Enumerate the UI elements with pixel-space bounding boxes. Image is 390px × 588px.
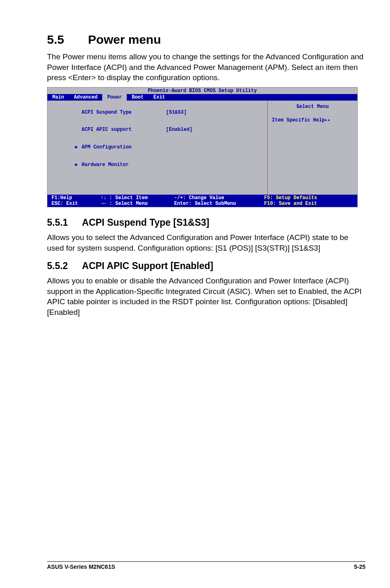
bios-body: ACPI Suspend Type[S1&S3] ACPI APIC suppo… <box>47 101 357 195</box>
bios-item[interactable]: ACPI Suspend Type[S1&S3] <box>52 104 263 121</box>
bios-item[interactable]: ACPI APIC support[Enabled] <box>52 121 263 138</box>
bios-item[interactable]: ▶Hardware Monitor <box>52 156 263 173</box>
submenu-pointer-icon: ▶ <box>75 162 82 168</box>
bios-screenshot: Phoenix-Award BIOS CMOS Setup Utility Ma… <box>47 87 358 207</box>
bios-menu-list: ACPI Suspend Type[S1&S3] ACPI APIC suppo… <box>47 101 267 195</box>
submenu-pointer-icon <box>75 127 82 132</box>
subsection-number: 5.5.2 <box>47 260 80 272</box>
bios-help-text: Item Specific Help▸▸ <box>272 117 353 123</box>
subsection-number: 5.5.1 <box>47 217 80 228</box>
subsection-title: ACPI Suspend Type [S1&S3] <box>82 217 209 228</box>
section-heading: 5.5 Power menu <box>47 33 365 47</box>
page-footer: ASUS V-Series M2NC61S 5-25 <box>47 561 365 570</box>
section-title: Power menu <box>88 33 161 46</box>
bios-item-value: [Enabled] <box>166 127 193 132</box>
bios-key-help: F1:Help <box>52 195 101 201</box>
bios-key-select-submenu: Enter: Select SubMenu <box>174 201 264 206</box>
submenu-pointer-icon: ▶ <box>75 144 82 150</box>
bios-tab-exit[interactable]: Exit <box>148 94 170 101</box>
section-intro: The Power menu items allow you to change… <box>47 52 365 83</box>
bios-tab-boot[interactable]: Boot <box>127 94 148 101</box>
bios-tab-main[interactable]: Main <box>47 94 69 101</box>
section-number: 5.5 <box>47 33 85 47</box>
bios-tab-bar: Main Advanced Power Boot Exit <box>47 94 357 101</box>
bios-help-panel: Select Menu Item Specific Help▸▸ <box>267 101 357 195</box>
subsection-title: ACPI APIC Support [Enabled] <box>82 260 213 271</box>
bios-key-change-value: -/+: Change Value <box>174 195 264 201</box>
bios-key-save-exit: F10: Save and Exit <box>264 201 357 206</box>
bios-item-label: ACPI APIC support <box>82 127 132 132</box>
bios-key-exit: ESC: Exit <box>52 201 101 206</box>
subsection-heading: 5.5.1 ACPI Suspend Type [S1&S3] <box>47 217 365 228</box>
subsection-body: Allows you to enable or disable the Adva… <box>47 276 365 318</box>
bios-tab-advanced[interactable]: Advanced <box>69 94 103 101</box>
bios-key-select-item: ↑↓ : Select Item <box>101 195 174 201</box>
bios-item-value: [S1&S3] <box>166 110 186 115</box>
footer-product-name: ASUS V-Series M2NC61S <box>47 563 115 570</box>
bios-item-label: Hardware Monitor <box>82 162 129 168</box>
subsection-body: Allows you to select the Advanced Config… <box>47 232 365 253</box>
bios-item-label: APM Configuration <box>82 144 132 150</box>
footer-page-number: 5-25 <box>354 563 365 570</box>
bios-title-bar: Phoenix-Award BIOS CMOS Setup Utility <box>47 88 357 94</box>
bios-item-label: ACPI Suspend Type <box>82 110 132 115</box>
bios-item[interactable]: ▶APM Configuration <box>52 138 263 156</box>
bios-key-setup-defaults: F5: Setup Defaults <box>264 195 357 201</box>
bios-key-select-menu: →← : Select Menu <box>101 201 174 206</box>
submenu-pointer-icon <box>75 110 82 115</box>
bios-tab-power[interactable]: Power <box>102 94 127 101</box>
bios-footer-bar: F1:Help ESC: Exit ↑↓ : Select Item →← : … <box>47 195 357 207</box>
subsection-heading: 5.5.2 ACPI APIC Support [Enabled] <box>47 260 365 272</box>
bios-help-title: Select Menu <box>272 104 353 110</box>
